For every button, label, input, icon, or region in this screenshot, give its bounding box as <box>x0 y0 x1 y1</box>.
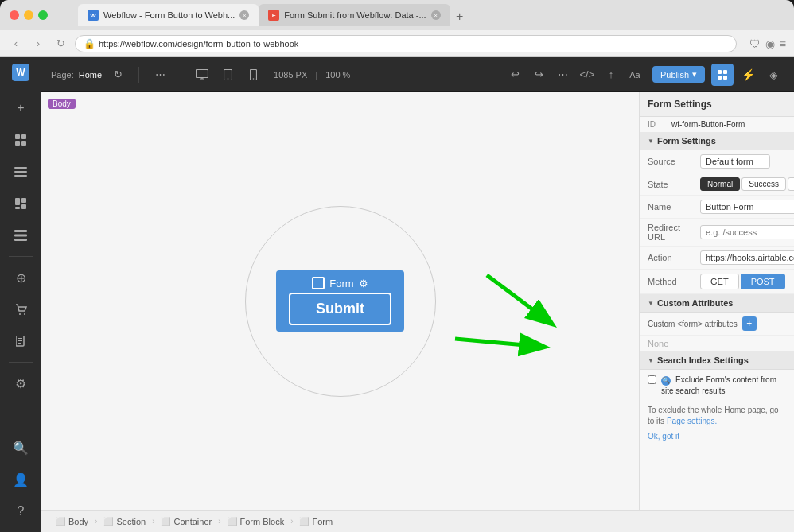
search-index-section[interactable]: ▼ Search Index Settings <box>640 351 794 370</box>
redirect-input[interactable] <box>700 225 794 239</box>
svg-rect-2 <box>15 141 20 146</box>
canvas: Body Form ⚙ Submit <box>41 92 639 510</box>
components-icon[interactable] <box>6 126 35 154</box>
ecommerce-icon[interactable] <box>6 295 35 324</box>
svg-rect-19 <box>18 343 21 344</box>
svg-rect-8 <box>21 198 26 203</box>
desktop-view-button[interactable] <box>191 64 213 86</box>
back-button[interactable]: ‹ <box>8 36 24 52</box>
new-tab-button[interactable]: + <box>450 7 469 26</box>
webflow-logo: W <box>12 64 29 81</box>
tab-webflow[interactable]: W Webflow - Form Button to Webh... × <box>78 4 259 26</box>
sidebar-divider-1 <box>9 256 33 257</box>
more-tools-button[interactable]: ⋯ <box>552 64 574 86</box>
svg-rect-10 <box>15 207 20 209</box>
state-success-button[interactable]: Success <box>741 177 786 191</box>
code-button[interactable]: </> <box>576 64 598 86</box>
state-normal-button[interactable]: Normal <box>700 177 740 191</box>
component-settings-button[interactable]: ◈ <box>762 64 784 86</box>
search-exclude-label: Exclude Form's content from site search … <box>661 375 776 395</box>
bc-section[interactable]: ⬜ Section <box>97 515 152 528</box>
method-get-button[interactable]: GET <box>700 274 739 289</box>
method-row: Method GET POST <box>640 270 794 294</box>
redirect-label: Redirect URL <box>648 223 695 242</box>
ok-got-it-button[interactable]: Ok, got it <box>640 430 794 445</box>
submit-button[interactable]: Submit <box>289 293 391 325</box>
bc-form-block[interactable]: ⬜ Form Block <box>221 515 291 528</box>
form-icon <box>312 277 325 289</box>
svg-rect-9 <box>21 204 26 209</box>
tab-form-submit[interactable]: F Form Submit from Webflow: Data -... × <box>259 4 450 26</box>
source-label: Source <box>648 157 695 166</box>
url-text: https://webflow.com/design/form-button-t… <box>99 39 298 49</box>
mobile-view-button[interactable] <box>242 64 264 86</box>
page-settings-button[interactable]: ↻ <box>107 64 129 86</box>
publish-button[interactable]: Publish ▾ <box>652 66 705 83</box>
form-element[interactable]: Form ⚙ Submit <box>276 270 404 332</box>
forward-button[interactable]: › <box>30 36 46 52</box>
style-button[interactable]: Aa <box>624 64 646 86</box>
svg-rect-13 <box>14 239 27 241</box>
search-magnifier-icon: 🔍 <box>661 376 671 386</box>
webflow-tab-icon: W <box>88 10 99 21</box>
style-panel-button[interactable] <box>711 64 734 86</box>
bc-form[interactable]: ⬜ Form <box>293 515 339 528</box>
maximize-button[interactable] <box>38 10 48 20</box>
svg-point-24 <box>252 78 254 80</box>
bc-body-label: Body <box>68 517 88 526</box>
search-icon[interactable]: 🔍 <box>6 433 35 462</box>
users-icon[interactable]: 👤 <box>6 465 35 494</box>
form-container-circle: Form ⚙ Submit <box>245 206 436 397</box>
interactions-button[interactable]: ⚡ <box>737 64 759 86</box>
minimize-button[interactable] <box>24 10 33 20</box>
tab-close-webflow[interactable]: × <box>239 10 249 20</box>
help-icon[interactable]: ? <box>6 497 35 526</box>
resolution-display: 1085 PX <box>274 70 307 80</box>
form-label: Form <box>329 278 353 289</box>
tablet-view-button[interactable] <box>216 64 239 86</box>
layout-icon[interactable] <box>6 157 35 186</box>
settings-icon[interactable]: ⚙ <box>6 369 35 398</box>
custom-attributes-section[interactable]: ▼ Custom Attributes <box>640 294 794 313</box>
right-panel: Form Settings ID wf-form-Button-Form ▼ F… <box>639 92 794 510</box>
source-row: Source Default form <box>640 150 794 173</box>
form-settings-section[interactable]: ▼ Form Settings <box>640 132 794 150</box>
cms-icon[interactable]: ⊕ <box>6 263 35 292</box>
method-post-button[interactable]: POST <box>741 274 785 289</box>
layers-icon[interactable] <box>6 221 35 250</box>
svg-point-14 <box>19 313 21 315</box>
undo-button[interactable]: ↩ <box>504 64 527 86</box>
more-options-button[interactable]: ⋯ <box>149 64 171 86</box>
source-select[interactable]: Default form <box>700 154 770 169</box>
pages-icon[interactable] <box>6 327 35 355</box>
menu-icon[interactable]: ≡ <box>780 37 786 50</box>
svg-point-22 <box>227 78 228 80</box>
assets-icon[interactable] <box>6 189 35 218</box>
reload-button[interactable]: ↻ <box>53 36 68 52</box>
bc-body[interactable]: ⬜ Body <box>49 515 95 528</box>
canvas-tools <box>191 64 264 86</box>
extensions-icon: ◉ <box>765 37 775 50</box>
add-panel-icon[interactable]: + <box>6 94 35 122</box>
right-toolbar-buttons: ⚡ ◈ <box>711 64 784 86</box>
bc-body-icon: ⬜ <box>56 517 65 526</box>
id-value: wf-form-Button-Form <box>671 120 745 129</box>
add-attribute-button[interactable]: + <box>742 316 757 331</box>
shield-extension-icon: 🛡 <box>749 37 761 50</box>
page-settings-link[interactable]: Page settings. <box>667 417 717 425</box>
bc-container[interactable]: ⬜ Container <box>154 515 218 528</box>
search-exclude-checkbox[interactable] <box>648 375 656 384</box>
name-input[interactable] <box>700 200 794 214</box>
redo-button[interactable]: ↪ <box>528 64 551 86</box>
section-collapse-icon: ▼ <box>648 138 654 145</box>
state-error-button[interactable]: Error <box>788 177 794 191</box>
share-button[interactable]: ↑ <box>600 64 622 86</box>
address-box[interactable]: 🔒 https://webflow.com/design/form-button… <box>75 35 737 52</box>
close-button[interactable] <box>10 10 19 20</box>
method-buttons: GET POST <box>700 274 785 289</box>
svg-rect-0 <box>15 134 20 139</box>
method-label: Method <box>648 277 695 286</box>
tab-close-form-submit[interactable]: × <box>431 10 441 20</box>
form-gear-icon[interactable]: ⚙ <box>359 278 368 289</box>
action-input[interactable] <box>700 250 794 265</box>
